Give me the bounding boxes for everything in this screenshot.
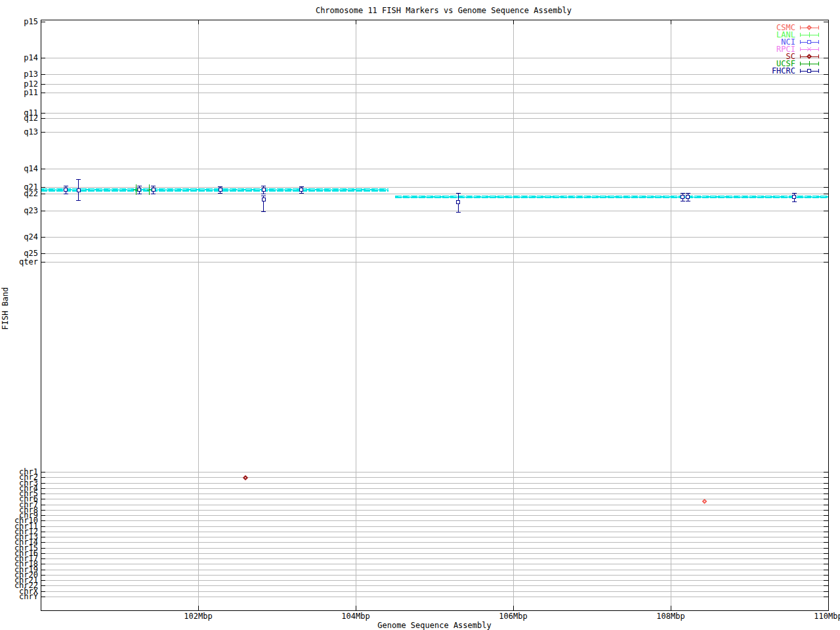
y-tick-label-p15: p15 [24, 17, 38, 26]
point-FHCRC-7-marker [262, 198, 265, 201]
legend-marker-NCI-icon [808, 41, 811, 44]
y-axis-title: FISH Band [1, 287, 10, 329]
plot-frame [41, 20, 828, 610]
y-tick-label-q14: q14 [24, 164, 38, 173]
assembly-segments [41, 189, 828, 197]
y-tick-label-q22: q22 [24, 189, 38, 198]
point-FHCRC-5-marker [219, 188, 222, 192]
x-tick-label-106Mbp: 106Mbp [499, 612, 527, 621]
point-FHCRC-8-marker [300, 188, 303, 192]
y-tick-label-p11: p11 [24, 88, 38, 97]
y-tick-label-q24: q24 [24, 232, 38, 242]
x-tick-label-104Mbp: 104Mbp [341, 612, 369, 621]
legend-marker-SC-icon-center [808, 56, 810, 57]
x-tick-labels: 102Mbp104Mbp106Mbp108Mbp110Mbp [184, 612, 840, 621]
series-SC [243, 476, 248, 480]
axis-ticks [41, 20, 828, 610]
x-axis-title: Genome Sequence Assembly [377, 621, 491, 630]
point-FHCRC-6-marker [262, 188, 265, 192]
legend-label-FHCRC: FHCRC [772, 66, 795, 75]
y-tick-label-p14: p14 [24, 53, 38, 62]
legend-marker-CSMC-icon-center [808, 27, 810, 28]
point-FHCRC-10-marker [681, 196, 684, 199]
y-tick-label-q13: q13 [24, 127, 38, 136]
y-tick-label-q12: q12 [24, 114, 38, 123]
y-tick-label-q23: q23 [24, 206, 38, 215]
point-FHCRC-9-marker [457, 201, 460, 204]
x-tick-label-110Mbp: 110Mbp [814, 612, 840, 621]
series-CSMC [702, 499, 707, 504]
legend-item-RPCI: RPCI [776, 45, 818, 54]
chart-title: Chromosome 11 FISH Markers vs Genome Seq… [316, 6, 572, 15]
chart-canvas: p15p14p13p12p11q11q12q13q14q21q22q23q24q… [0, 0, 840, 630]
point-CSMC-1-marker-center [704, 501, 705, 502]
x-tick-label-102Mbp: 102Mbp [184, 612, 212, 621]
point-FHCRC-12-marker [793, 196, 796, 199]
point-FHCRC-1-marker [64, 188, 68, 192]
point-SC-1-marker-center [245, 477, 246, 478]
fish-marker-chart: p15p14p13p12p11q11q12q13q14q21q22q23q24q… [0, 0, 840, 630]
x-tick-label-108Mbp: 108Mbp [656, 612, 684, 621]
gridlines [41, 20, 828, 610]
y-tick-label-p12: p12 [24, 79, 38, 89]
y-tick-label-p13: p13 [24, 70, 38, 79]
point-FHCRC-4-marker [152, 188, 155, 192]
plot-border [41, 20, 828, 610]
point-FHCRC-11-marker [686, 196, 690, 199]
legend-marker-FHCRC-icon [808, 70, 811, 73]
y-tick-labels: p15p14p13p12p11q11q12q13q14q21q22q23q24q… [14, 17, 39, 601]
legend: CSMCLANLNCIRPCISCUCSFFHCRC [772, 23, 818, 75]
data-points [64, 179, 797, 504]
point-FHCRC-2-marker [77, 189, 80, 192]
y-tick-label-q25: q25 [24, 249, 38, 258]
y-tick-label-chrY: chrY [19, 592, 39, 601]
y-tick-label-qter: qter [19, 257, 38, 266]
